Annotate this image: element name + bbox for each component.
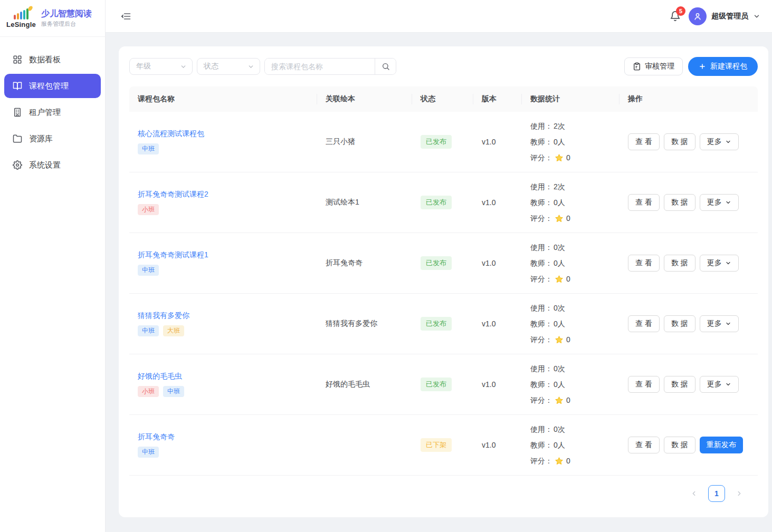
republish-button[interactable]: 重新发布 [700, 437, 743, 453]
avatar [689, 7, 707, 25]
version: v1.0 [473, 354, 522, 414]
more-button[interactable]: 更多 [700, 376, 739, 393]
data-button[interactable]: 数 据 [664, 194, 695, 211]
search-button[interactable] [375, 59, 396, 74]
package-name-link[interactable]: 折耳兔奇奇 [138, 432, 175, 442]
more-button-label: 更多 [707, 198, 722, 207]
chevron-down-icon [180, 63, 187, 70]
rating-label: 评分： [530, 212, 552, 225]
view-button[interactable]: 查 看 [628, 376, 660, 393]
sidebar-item-resources[interactable]: 资源库 [4, 127, 101, 151]
teachers-value: 0人 [554, 257, 565, 269]
course-package-card: 年级 状态 审核管理 新建课程包 [119, 46, 768, 517]
more-button[interactable]: 更多 [700, 194, 739, 211]
pagination: 1 [129, 485, 758, 502]
chevron-right-icon [736, 490, 743, 497]
package-name-link[interactable]: 折耳兔奇奇测试课程1 [138, 250, 208, 260]
sidebar-item-tenants[interactable]: 租户管理 [4, 100, 101, 124]
view-button[interactable]: 查 看 [628, 315, 660, 332]
related-book: 三只小猪 [317, 112, 412, 172]
star-icon [555, 335, 564, 344]
menu-fold-icon[interactable] [119, 9, 133, 23]
related-book [317, 415, 412, 475]
star-icon [555, 275, 564, 284]
sidebar-item-settings[interactable]: 系统设置 [4, 153, 101, 177]
sidebar: LeSingle 少儿智慧阅读 服务管理后台 数据看板 课程包管理 租户管理 [0, 0, 106, 532]
search-box [264, 58, 396, 75]
view-button[interactable]: 查 看 [628, 255, 660, 272]
usage-label: 使用： [530, 120, 552, 132]
view-button[interactable]: 查 看 [628, 194, 660, 211]
grade-select[interactable]: 年级 [129, 58, 193, 75]
chevron-down-icon [247, 63, 254, 70]
teachers-label: 教师： [530, 379, 552, 391]
rating-label: 评分： [530, 455, 552, 467]
package-name-link[interactable]: 好饿的毛毛虫 [138, 372, 182, 381]
usage-value: 2次 [554, 181, 565, 193]
grade-tag: 大班 [163, 325, 184, 336]
rating-value: 0 [566, 455, 570, 467]
brand-header: LeSingle 少儿智慧阅读 服务管理后台 [0, 0, 105, 37]
lesingle-logo: LeSingle [6, 8, 36, 28]
usage-value: 0次 [554, 363, 565, 375]
teachers-label: 教师： [530, 318, 552, 330]
review-management-button[interactable]: 审核管理 [624, 57, 683, 75]
view-button[interactable]: 查 看 [628, 437, 660, 453]
more-button-label: 更多 [707, 319, 722, 328]
stats: 使用：0次 教师：0人 评分：0 [522, 354, 619, 414]
grade-tag: 小班 [138, 204, 159, 215]
logo-wordmark: LeSingle [6, 21, 36, 28]
sidebar-item-label: 租户管理 [29, 108, 61, 118]
version: v1.0 [473, 112, 522, 172]
notification-badge: 5 [676, 6, 685, 16]
more-button[interactable]: 更多 [700, 315, 739, 332]
create-package-button[interactable]: 新建课程包 [688, 57, 758, 76]
status-badge: 已下架 [421, 438, 452, 452]
table-row: 折耳兔奇奇 中班 已下架 v1.0 使用：0次 教师：0人 评分：0 查 看 数… [129, 415, 758, 476]
data-button[interactable]: 数 据 [664, 315, 695, 332]
grid-icon [13, 55, 23, 65]
grade-tag: 中班 [138, 325, 159, 336]
building-icon [13, 108, 23, 118]
rating-label: 评分： [530, 394, 552, 407]
search-input[interactable] [265, 59, 375, 74]
teachers-value: 0人 [554, 439, 565, 451]
version: v1.0 [473, 233, 522, 293]
view-button[interactable]: 查 看 [628, 133, 660, 150]
rating-value: 0 [566, 152, 570, 164]
data-button[interactable]: 数 据 [664, 376, 695, 393]
status-badge: 已发布 [421, 135, 452, 149]
usage-value: 0次 [554, 302, 565, 314]
main-content: 年级 状态 审核管理 新建课程包 [106, 33, 772, 532]
package-name-link[interactable]: 猜猜我有多爱你 [138, 311, 189, 321]
data-button[interactable]: 数 据 [664, 255, 695, 272]
status-select-placeholder: 状态 [204, 62, 218, 71]
sidebar-item-course-packages[interactable]: 课程包管理 [4, 74, 101, 98]
package-name-link[interactable]: 核心流程测试课程包 [138, 129, 204, 139]
next-page-button[interactable] [733, 488, 745, 499]
related-book: 测试绘本1 [317, 172, 412, 233]
status-badge: 已发布 [421, 256, 452, 270]
user-menu[interactable]: 超级管理员 [689, 7, 760, 25]
rating-label: 评分： [530, 273, 552, 285]
column-header: 课程包名称 [129, 86, 317, 112]
prev-page-button[interactable] [688, 488, 700, 499]
teachers-value: 0人 [554, 318, 565, 330]
app-subtitle: 服务管理后台 [41, 20, 92, 28]
package-name-link[interactable]: 折耳兔奇奇测试课程2 [138, 190, 208, 199]
status-select[interactable]: 状态 [197, 58, 260, 75]
app-title: 少儿智慧阅读 [41, 8, 92, 18]
teachers-value: 0人 [554, 136, 565, 148]
data-button[interactable]: 数 据 [664, 133, 695, 150]
chevron-down-icon [725, 321, 731, 327]
sidebar-item-dashboard[interactable]: 数据看板 [4, 47, 101, 72]
more-button[interactable]: 更多 [700, 133, 739, 150]
grade-tag: 小班 [138, 386, 159, 397]
stats: 使用：0次 教师：0人 评分：0 [522, 233, 619, 293]
data-button[interactable]: 数 据 [664, 437, 695, 453]
notification-bell-icon[interactable]: 5 [669, 10, 681, 23]
page-1-button[interactable]: 1 [708, 485, 725, 502]
top-header: 5 超级管理员 [106, 0, 772, 33]
more-button[interactable]: 更多 [700, 255, 739, 272]
star-icon [555, 457, 564, 466]
